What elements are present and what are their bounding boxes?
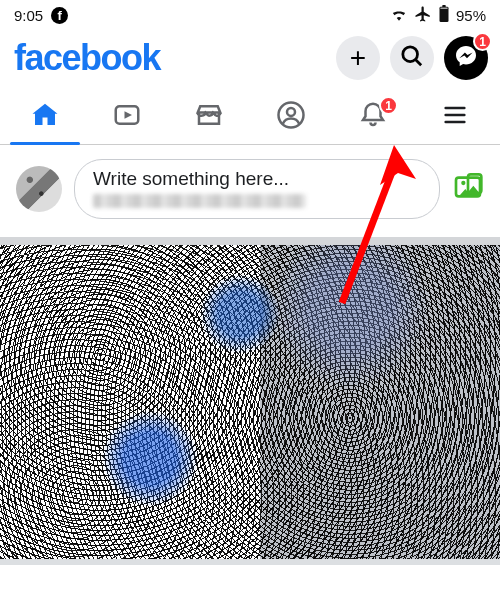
status-bar: 9:05 f 95% — [0, 0, 500, 30]
profile-icon — [276, 100, 306, 134]
composer-row: Write something here... — [0, 145, 500, 245]
tab-watch[interactable] — [86, 90, 168, 144]
marketplace-icon — [194, 100, 224, 134]
compose-placeholder: Write something here... — [93, 168, 421, 190]
nav-tabs: 1 — [0, 90, 500, 145]
battery-percent: 95% — [456, 7, 486, 24]
compose-redacted — [93, 194, 306, 208]
tab-profile[interactable] — [250, 90, 332, 144]
avatar[interactable] — [16, 166, 62, 212]
status-left: 9:05 f — [14, 7, 68, 24]
add-photo-button[interactable] — [452, 171, 484, 207]
wifi-icon — [390, 7, 408, 24]
stories-feed[interactable] — [0, 245, 500, 565]
app-header: facebook + 1 — [0, 30, 500, 90]
battery-icon — [438, 5, 450, 26]
search-button[interactable] — [390, 36, 434, 80]
header-actions: + 1 — [336, 36, 488, 80]
facebook-app-icon: f — [51, 7, 68, 24]
tab-marketplace[interactable] — [168, 90, 250, 144]
home-icon — [30, 100, 60, 134]
search-icon — [401, 45, 423, 71]
facebook-logo: facebook — [14, 37, 160, 79]
compose-input[interactable]: Write something here... — [74, 159, 440, 219]
hamburger-icon — [441, 101, 469, 133]
create-button[interactable]: + — [336, 36, 380, 80]
tab-home[interactable] — [4, 90, 86, 144]
tab-menu[interactable] — [414, 90, 496, 144]
svg-rect-0 — [439, 6, 448, 21]
photo-icon — [452, 189, 484, 206]
status-right: 95% — [390, 5, 486, 26]
messenger-button[interactable]: 1 — [444, 36, 488, 80]
plus-icon: + — [350, 44, 366, 72]
messenger-icon — [454, 44, 478, 72]
svg-point-5 — [287, 108, 295, 116]
svg-rect-2 — [440, 7, 447, 8]
watch-icon — [112, 100, 142, 134]
notifications-badge: 1 — [379, 96, 398, 115]
airplane-mode-icon — [414, 5, 432, 26]
svg-rect-1 — [442, 5, 446, 7]
status-time: 9:05 — [14, 7, 43, 24]
tab-notifications[interactable]: 1 — [332, 90, 414, 144]
messenger-badge: 1 — [473, 32, 492, 51]
svg-point-7 — [461, 181, 465, 185]
